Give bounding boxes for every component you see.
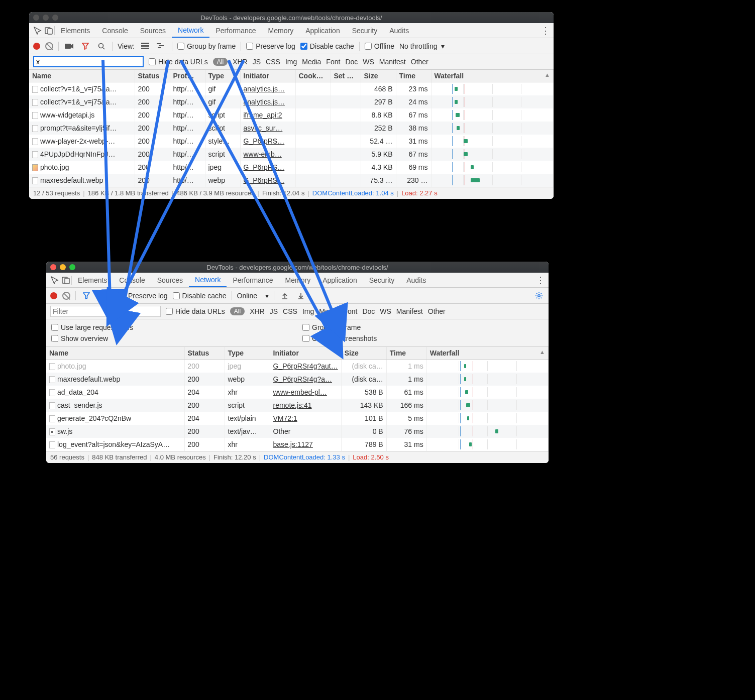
filter-icon[interactable] xyxy=(80,41,91,52)
window-max[interactable] xyxy=(69,264,75,270)
col-time[interactable]: Time xyxy=(386,347,426,360)
table-row[interactable]: generate_204?cQ2nBw204text/plain VM72:11… xyxy=(46,412,549,425)
col-initiator[interactable]: Initiator xyxy=(240,70,295,82)
group-by-frame-checkbox[interactable]: Group by frame xyxy=(302,323,544,331)
tab-sources[interactable]: Sources xyxy=(134,23,172,38)
record-button[interactable] xyxy=(33,43,40,50)
filter-other[interactable]: Other xyxy=(411,58,428,66)
disable-cache-checkbox[interactable]: Disable cache xyxy=(300,42,354,50)
filter-media[interactable]: Media xyxy=(319,307,338,315)
hide-data-urls-checkbox[interactable]: Hide data URLs xyxy=(166,307,225,315)
table-row[interactable]: photo.jpg200http/…jpeg G_P6rpRS… 4.3 KB6… xyxy=(29,161,554,174)
preserve-log-checkbox[interactable]: Preserve log xyxy=(246,42,295,50)
col-name[interactable]: Name xyxy=(29,70,135,82)
filter-doc[interactable]: Doc xyxy=(345,58,358,66)
filter-all[interactable]: All xyxy=(230,307,245,315)
table-row[interactable]: sw.js200text/jav… Other0 B76 ms xyxy=(46,425,549,438)
tab-audits[interactable]: Audits xyxy=(400,273,432,287)
filter-js[interactable]: JS xyxy=(253,58,261,66)
search-icon[interactable] xyxy=(96,41,107,52)
filter-manifest[interactable]: Manifest xyxy=(379,58,406,66)
tab-performance[interactable]: Performance xyxy=(227,273,279,287)
filter-css[interactable]: CSS xyxy=(266,58,280,66)
filter-input[interactable] xyxy=(50,306,161,317)
capture-screenshots-checkbox[interactable]: Capture screenshots xyxy=(302,334,544,342)
window-close[interactable] xyxy=(50,264,56,270)
filter-xhr[interactable]: XHR xyxy=(233,58,248,66)
device-toggle-icon[interactable] xyxy=(60,275,71,286)
filter-xhr[interactable]: XHR xyxy=(250,307,265,315)
upload-har-icon[interactable] xyxy=(279,290,290,301)
table-row[interactable]: maxresdefault.webp200http/…webp G_P6rpRS… xyxy=(29,174,554,187)
camera-icon[interactable] xyxy=(64,41,75,52)
filter-ws[interactable]: WS xyxy=(380,307,391,315)
tab-network[interactable]: Network xyxy=(172,23,209,38)
overview-icon[interactable] xyxy=(156,41,167,52)
device-toggle-icon[interactable] xyxy=(43,25,54,36)
large-rows-checkbox[interactable]: Use large request rows xyxy=(51,323,292,331)
filter-img[interactable]: Img xyxy=(302,307,314,315)
filter-other[interactable]: Other xyxy=(428,307,446,315)
hide-data-urls-checkbox[interactable]: Hide data URLs xyxy=(149,58,208,66)
filter-font[interactable]: Font xyxy=(326,58,340,66)
throttling-select[interactable]: Online ▾ xyxy=(237,292,269,300)
window-max[interactable] xyxy=(52,15,58,21)
filter-img[interactable]: Img xyxy=(285,58,297,66)
col-size[interactable]: Size xyxy=(361,70,396,82)
table-row[interactable]: www-player-2x-webp-…200http/…style… G_P6… xyxy=(29,135,554,148)
inspect-icon[interactable] xyxy=(32,25,43,36)
disable-cache-checkbox[interactable]: Disable cache xyxy=(173,292,227,300)
filter-ws[interactable]: WS xyxy=(363,58,374,66)
window-close[interactable] xyxy=(33,15,39,21)
group-by-frame-checkbox[interactable]: Group by frame xyxy=(177,42,236,50)
tab-memory[interactable]: Memory xyxy=(262,23,300,38)
table-row[interactable]: collect?v=1&_v=j75&a…200http/…gif analyt… xyxy=(29,95,554,108)
tab-application[interactable]: Application xyxy=(316,273,363,287)
table-row[interactable]: ad_data_204204xhr www-embed-pl…538 B61 m… xyxy=(46,386,549,399)
throttling-select[interactable]: No throttling ▾ xyxy=(399,42,445,50)
tab-security[interactable]: Security xyxy=(346,23,384,38)
filter-all[interactable]: All xyxy=(213,58,228,66)
download-har-icon[interactable] xyxy=(295,290,306,301)
tab-elements[interactable]: Elements xyxy=(55,23,96,38)
tab-application[interactable]: Application xyxy=(299,23,346,38)
col-protocol[interactable]: Prot… xyxy=(170,70,205,82)
window-min[interactable] xyxy=(60,264,66,270)
tab-console[interactable]: Console xyxy=(113,273,151,287)
tab-elements[interactable]: Elements xyxy=(72,273,113,287)
col-time[interactable]: Time xyxy=(396,70,431,82)
clear-button[interactable] xyxy=(62,292,70,300)
show-overview-checkbox[interactable]: Show overview xyxy=(51,334,292,342)
large-rows-icon[interactable] xyxy=(140,41,151,52)
more-menu-icon[interactable]: ⋮ xyxy=(540,25,551,36)
col-status[interactable]: Status xyxy=(184,347,225,360)
col-type[interactable]: Type xyxy=(225,347,270,360)
tab-console[interactable]: Console xyxy=(96,23,134,38)
settings-icon[interactable] xyxy=(533,290,545,301)
tab-performance[interactable]: Performance xyxy=(209,23,262,38)
col-status[interactable]: Status xyxy=(135,70,170,82)
filter-input[interactable] xyxy=(33,56,144,67)
more-menu-icon[interactable]: ⋮ xyxy=(534,275,546,286)
table-row[interactable]: www-widgetapi.js200http/…script iframe_a… xyxy=(29,108,554,122)
filter-css[interactable]: CSS xyxy=(283,307,297,315)
col-waterfall[interactable]: Waterfall▲ xyxy=(431,70,554,82)
table-row[interactable]: maxresdefault.webp200webp G_P6rpRSr4g?a…… xyxy=(46,373,549,386)
col-cookies[interactable]: Cook… xyxy=(295,70,331,82)
filter-icon[interactable] xyxy=(81,290,92,301)
record-button[interactable] xyxy=(50,292,57,299)
table-row[interactable]: 4PUpJpDdHqrNInFpJ…200http/…script www-em… xyxy=(29,148,554,161)
filter-media[interactable]: Media xyxy=(302,58,321,66)
window-min[interactable] xyxy=(43,15,49,21)
col-initiator[interactable]: Initiator xyxy=(270,347,341,360)
tab-memory[interactable]: Memory xyxy=(279,273,317,287)
col-waterfall[interactable]: Waterfall▲ xyxy=(426,347,548,360)
clear-button[interactable] xyxy=(45,42,53,50)
filter-js[interactable]: JS xyxy=(270,307,278,315)
table-row[interactable]: prompt?t=a&site=ylj5if…200http/…script a… xyxy=(29,122,554,135)
table-row[interactable]: collect?v=1&_v=j75&a…200http/…gif analyt… xyxy=(29,82,554,96)
filter-doc[interactable]: Doc xyxy=(362,307,375,315)
search-icon[interactable] xyxy=(97,290,108,301)
col-type[interactable]: Type xyxy=(205,70,240,82)
col-setcookies[interactable]: Set … xyxy=(331,70,361,82)
